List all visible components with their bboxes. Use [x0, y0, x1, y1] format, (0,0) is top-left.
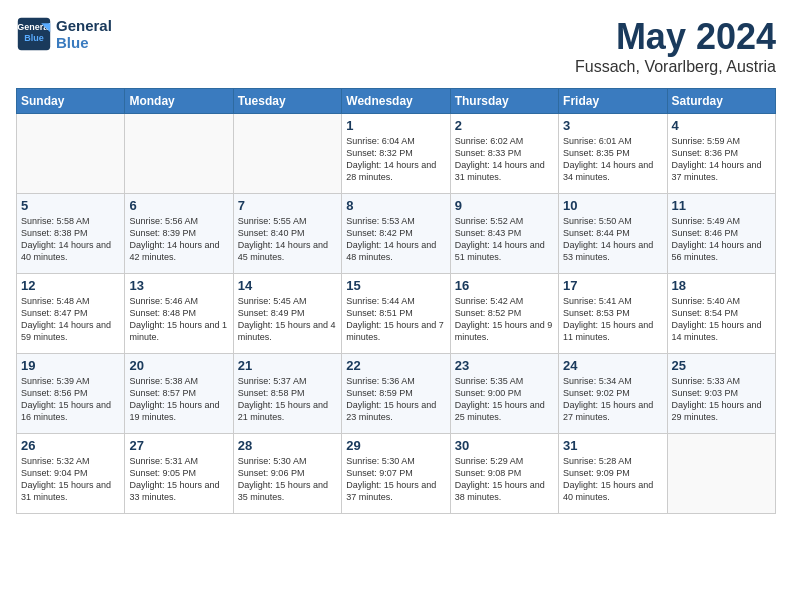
calendar-cell: 11 Sunrise: 5:49 AM Sunset: 8:46 PM Dayl…: [667, 194, 775, 274]
day-number: 4: [672, 118, 771, 133]
day-info: Sunrise: 5:48 AM Sunset: 8:47 PM Dayligh…: [21, 295, 120, 344]
day-info: Sunrise: 5:50 AM Sunset: 8:44 PM Dayligh…: [563, 215, 662, 264]
header-day-monday: Monday: [125, 89, 233, 114]
day-number: 1: [346, 118, 445, 133]
calendar-cell: 6 Sunrise: 5:56 AM Sunset: 8:39 PM Dayli…: [125, 194, 233, 274]
calendar-cell: 13 Sunrise: 5:46 AM Sunset: 8:48 PM Dayl…: [125, 274, 233, 354]
calendar-cell: 1 Sunrise: 6:04 AM Sunset: 8:32 PM Dayli…: [342, 114, 450, 194]
calendar-cell: 31 Sunrise: 5:28 AM Sunset: 9:09 PM Dayl…: [559, 434, 667, 514]
day-info: Sunrise: 5:38 AM Sunset: 8:57 PM Dayligh…: [129, 375, 228, 424]
header-day-thursday: Thursday: [450, 89, 558, 114]
day-info: Sunrise: 5:31 AM Sunset: 9:05 PM Dayligh…: [129, 455, 228, 504]
calendar-cell: 16 Sunrise: 5:42 AM Sunset: 8:52 PM Dayl…: [450, 274, 558, 354]
calendar-cell: 23 Sunrise: 5:35 AM Sunset: 9:00 PM Dayl…: [450, 354, 558, 434]
day-number: 17: [563, 278, 662, 293]
day-info: Sunrise: 5:49 AM Sunset: 8:46 PM Dayligh…: [672, 215, 771, 264]
week-row-1: 1 Sunrise: 6:04 AM Sunset: 8:32 PM Dayli…: [17, 114, 776, 194]
calendar-cell: 24 Sunrise: 5:34 AM Sunset: 9:02 PM Dayl…: [559, 354, 667, 434]
day-number: 8: [346, 198, 445, 213]
day-info: Sunrise: 6:04 AM Sunset: 8:32 PM Dayligh…: [346, 135, 445, 184]
week-row-2: 5 Sunrise: 5:58 AM Sunset: 8:38 PM Dayli…: [17, 194, 776, 274]
day-info: Sunrise: 5:55 AM Sunset: 8:40 PM Dayligh…: [238, 215, 337, 264]
calendar-cell: 15 Sunrise: 5:44 AM Sunset: 8:51 PM Dayl…: [342, 274, 450, 354]
header-day-friday: Friday: [559, 89, 667, 114]
calendar-table: SundayMondayTuesdayWednesdayThursdayFrid…: [16, 88, 776, 514]
day-info: Sunrise: 5:56 AM Sunset: 8:39 PM Dayligh…: [129, 215, 228, 264]
logo-blue: Blue: [56, 34, 112, 51]
day-info: Sunrise: 5:30 AM Sunset: 9:07 PM Dayligh…: [346, 455, 445, 504]
day-info: Sunrise: 5:34 AM Sunset: 9:02 PM Dayligh…: [563, 375, 662, 424]
day-number: 13: [129, 278, 228, 293]
day-number: 11: [672, 198, 771, 213]
day-number: 29: [346, 438, 445, 453]
day-number: 19: [21, 358, 120, 373]
day-number: 31: [563, 438, 662, 453]
calendar-cell: 9 Sunrise: 5:52 AM Sunset: 8:43 PM Dayli…: [450, 194, 558, 274]
day-info: Sunrise: 5:28 AM Sunset: 9:09 PM Dayligh…: [563, 455, 662, 504]
day-number: 16: [455, 278, 554, 293]
calendar-cell: 10 Sunrise: 5:50 AM Sunset: 8:44 PM Dayl…: [559, 194, 667, 274]
calendar-cell: 4 Sunrise: 5:59 AM Sunset: 8:36 PM Dayli…: [667, 114, 775, 194]
calendar-cell: [233, 114, 341, 194]
day-number: 12: [21, 278, 120, 293]
day-info: Sunrise: 5:35 AM Sunset: 9:00 PM Dayligh…: [455, 375, 554, 424]
header-day-sunday: Sunday: [17, 89, 125, 114]
title-block: May 2024 Fussach, Vorarlberg, Austria: [575, 16, 776, 76]
logo: General Blue General Blue: [16, 16, 112, 52]
logo-general: General: [56, 17, 112, 34]
calendar-header: SundayMondayTuesdayWednesdayThursdayFrid…: [17, 89, 776, 114]
header-day-saturday: Saturday: [667, 89, 775, 114]
day-info: Sunrise: 5:40 AM Sunset: 8:54 PM Dayligh…: [672, 295, 771, 344]
day-number: 18: [672, 278, 771, 293]
day-number: 23: [455, 358, 554, 373]
day-number: 6: [129, 198, 228, 213]
day-info: Sunrise: 5:44 AM Sunset: 8:51 PM Dayligh…: [346, 295, 445, 344]
day-info: Sunrise: 5:45 AM Sunset: 8:49 PM Dayligh…: [238, 295, 337, 344]
calendar-cell: 26 Sunrise: 5:32 AM Sunset: 9:04 PM Dayl…: [17, 434, 125, 514]
week-row-3: 12 Sunrise: 5:48 AM Sunset: 8:47 PM Dayl…: [17, 274, 776, 354]
day-number: 25: [672, 358, 771, 373]
calendar-cell: 12 Sunrise: 5:48 AM Sunset: 8:47 PM Dayl…: [17, 274, 125, 354]
header-day-tuesday: Tuesday: [233, 89, 341, 114]
page-header: General Blue General Blue May 2024 Fussa…: [16, 16, 776, 76]
calendar-cell: 2 Sunrise: 6:02 AM Sunset: 8:33 PM Dayli…: [450, 114, 558, 194]
location: Fussach, Vorarlberg, Austria: [575, 58, 776, 76]
day-info: Sunrise: 5:41 AM Sunset: 8:53 PM Dayligh…: [563, 295, 662, 344]
day-number: 30: [455, 438, 554, 453]
week-row-5: 26 Sunrise: 5:32 AM Sunset: 9:04 PM Dayl…: [17, 434, 776, 514]
day-number: 28: [238, 438, 337, 453]
day-info: Sunrise: 6:02 AM Sunset: 8:33 PM Dayligh…: [455, 135, 554, 184]
calendar-cell: 28 Sunrise: 5:30 AM Sunset: 9:06 PM Dayl…: [233, 434, 341, 514]
day-info: Sunrise: 5:30 AM Sunset: 9:06 PM Dayligh…: [238, 455, 337, 504]
calendar-cell: 7 Sunrise: 5:55 AM Sunset: 8:40 PM Dayli…: [233, 194, 341, 274]
day-number: 26: [21, 438, 120, 453]
day-number: 20: [129, 358, 228, 373]
day-number: 27: [129, 438, 228, 453]
logo-icon: General Blue: [16, 16, 52, 52]
day-number: 22: [346, 358, 445, 373]
day-info: Sunrise: 5:33 AM Sunset: 9:03 PM Dayligh…: [672, 375, 771, 424]
day-number: 2: [455, 118, 554, 133]
calendar-cell: 5 Sunrise: 5:58 AM Sunset: 8:38 PM Dayli…: [17, 194, 125, 274]
day-info: Sunrise: 5:36 AM Sunset: 8:59 PM Dayligh…: [346, 375, 445, 424]
header-row: SundayMondayTuesdayWednesdayThursdayFrid…: [17, 89, 776, 114]
day-info: Sunrise: 5:37 AM Sunset: 8:58 PM Dayligh…: [238, 375, 337, 424]
calendar-body: 1 Sunrise: 6:04 AM Sunset: 8:32 PM Dayli…: [17, 114, 776, 514]
day-number: 24: [563, 358, 662, 373]
day-number: 15: [346, 278, 445, 293]
calendar-cell: 22 Sunrise: 5:36 AM Sunset: 8:59 PM Dayl…: [342, 354, 450, 434]
calendar-cell: 18 Sunrise: 5:40 AM Sunset: 8:54 PM Dayl…: [667, 274, 775, 354]
svg-text:Blue: Blue: [24, 33, 44, 43]
month-title: May 2024: [575, 16, 776, 58]
calendar-cell: 29 Sunrise: 5:30 AM Sunset: 9:07 PM Dayl…: [342, 434, 450, 514]
day-info: Sunrise: 5:58 AM Sunset: 8:38 PM Dayligh…: [21, 215, 120, 264]
calendar-cell: 30 Sunrise: 5:29 AM Sunset: 9:08 PM Dayl…: [450, 434, 558, 514]
calendar-cell: 20 Sunrise: 5:38 AM Sunset: 8:57 PM Dayl…: [125, 354, 233, 434]
calendar-cell: 14 Sunrise: 5:45 AM Sunset: 8:49 PM Dayl…: [233, 274, 341, 354]
day-info: Sunrise: 5:52 AM Sunset: 8:43 PM Dayligh…: [455, 215, 554, 264]
day-number: 21: [238, 358, 337, 373]
calendar-cell: 3 Sunrise: 6:01 AM Sunset: 8:35 PM Dayli…: [559, 114, 667, 194]
header-day-wednesday: Wednesday: [342, 89, 450, 114]
day-info: Sunrise: 5:46 AM Sunset: 8:48 PM Dayligh…: [129, 295, 228, 344]
day-number: 14: [238, 278, 337, 293]
